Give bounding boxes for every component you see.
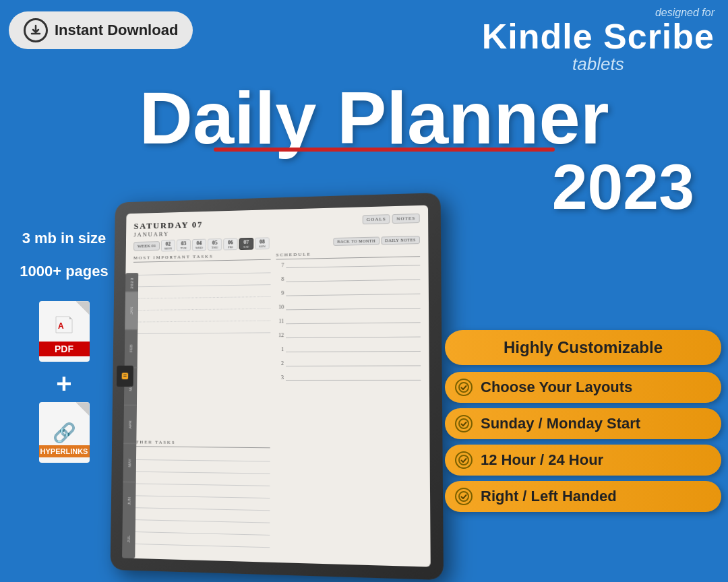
highly-customizable-text: Highly Customizable (504, 338, 663, 356)
plus-sign: + (17, 368, 111, 399)
year-tab: 2023 (125, 273, 138, 292)
daily-notes-button[interactable]: DAILY NOTES (381, 236, 420, 245)
task-line-5 (133, 311, 271, 323)
day-tue[interactable]: 03TUE (177, 239, 191, 251)
feature-choose-layouts: Choose Your Layouts (445, 372, 721, 403)
time-slot-11: 11 (276, 317, 420, 324)
month-tab-feb[interactable]: FEB (125, 329, 138, 367)
task-line-1 (133, 263, 271, 276)
svg-point-5 (459, 492, 468, 501)
acrobat-symbol: A (53, 314, 75, 340)
hyperlinks-icon: 🔗 HYPERLINKS (39, 402, 90, 463)
kindle-branding: designed for Kindle Scribe tablets (482, 7, 715, 75)
left-info-panel: 3 mb in size 1000+ pages A PDF + 🔗 HYPER… (17, 229, 111, 463)
feature-layouts-text: Choose Your Layouts (481, 379, 632, 396)
month-tab-apr[interactable]: APR (123, 406, 137, 444)
svg-point-3 (459, 419, 468, 428)
highly-customizable-badge: Highly Customizable (445, 330, 721, 365)
kindle-scribe-title: Kindle Scribe (482, 19, 715, 54)
pdf-icon: A PDF (39, 301, 90, 362)
pdf-label: PDF (39, 342, 90, 356)
task-line-6 (133, 322, 271, 334)
check-icon-layouts (455, 379, 473, 396)
other-task-line-4 (131, 485, 270, 498)
planner-date: SATURDAY 07 (133, 220, 203, 232)
goals-button[interactable]: GOALS (363, 214, 390, 224)
hyperlinks-label: HYPERLINKS (39, 445, 90, 457)
back-to-month-button[interactable]: BACK TO MONTH (333, 236, 380, 246)
month-tab-jun[interactable]: JUN (123, 482, 136, 521)
notes-button[interactable]: NOTES (392, 214, 420, 224)
right-features-panel: Highly Customizable Choose Your Layouts … (445, 330, 728, 517)
other-task-line-8 (130, 534, 270, 548)
time-slot-3: 3 (276, 375, 421, 381)
check-icon-handed (455, 488, 473, 505)
right-column: SCHEDULE 7 8 9 10 11 12 1 2 3 (275, 249, 422, 553)
instant-download-badge: Instant Download (9, 11, 193, 49)
feature-hour-text: 12 Hour / 24 Hour (481, 451, 603, 469)
left-column: MOST IMPORTANT TASKS OTHER TASKS (130, 253, 271, 549)
task-line-2 (133, 274, 270, 287)
other-task-line-5 (130, 497, 270, 511)
day-sat-active[interactable]: 07SAT (239, 238, 254, 250)
svg-point-4 (459, 455, 468, 465)
day-fri[interactable]: 06FRI (223, 238, 238, 250)
time-slot-8: 8 (276, 273, 420, 282)
month-tab-may[interactable]: MAY (123, 443, 136, 482)
other-task-line-2 (131, 461, 270, 474)
task-line-3 (133, 286, 270, 299)
schedule-label: SCHEDULE (276, 249, 421, 259)
other-tasks-label: OTHER TASKS (131, 439, 270, 448)
other-task-line-6 (130, 509, 270, 523)
task-line-4 (133, 298, 270, 311)
planner-nav-buttons: GOALS NOTES (363, 214, 420, 224)
file-size-info: 3 mb in size (17, 229, 111, 249)
day-mon[interactable]: 02MON (161, 240, 175, 252)
tablets-text: tablets (482, 54, 715, 75)
other-task-line-3 (131, 474, 270, 486)
day-thu[interactable]: 05THU (208, 238, 222, 251)
feature-sunday-monday: Sunday / Monday Start (445, 408, 721, 439)
task-lines-top (131, 263, 271, 436)
planner-month: JANUARY (133, 230, 203, 238)
week-right-buttons: BACK TO MONTH DAILY NOTES (333, 236, 420, 246)
check-icon-sunday (455, 415, 473, 432)
svg-point-2 (459, 383, 468, 392)
hyperlinks-icon-corner (76, 402, 90, 416)
download-icon (24, 18, 48, 42)
month-tab-jul[interactable]: JUL (122, 520, 135, 558)
kindle-device: SATURDAY 07 JANUARY GOALS NOTES WEEK 01 … (108, 195, 438, 573)
check-icon-hour (455, 451, 473, 469)
time-slot-2: 2 (276, 360, 421, 366)
planner-columns: MOST IMPORTANT TASKS OTHER TASKS (130, 249, 422, 553)
most-important-tasks-label: MOST IMPORTANT TASKS (133, 253, 271, 263)
instant-download-text: Instant Download (55, 22, 178, 39)
time-slot-12: 12 (276, 331, 421, 338)
time-slot-9: 9 (276, 288, 420, 296)
time-slot-10: 10 (276, 302, 420, 311)
pages-info: 1000+ pages (17, 262, 111, 282)
pdf-icon-container: A PDF (17, 301, 111, 362)
schedule-area: 7 8 9 10 11 12 1 2 3 (275, 259, 422, 553)
day-wed[interactable]: 04WED (192, 239, 206, 251)
feature-right-left-handed: Right / Left Handed (445, 481, 721, 512)
daily-planner-text: Daily Planner (140, 81, 609, 155)
svg-text:A: A (58, 321, 64, 331)
feature-handed-text: Right / Left Handed (481, 488, 617, 505)
other-task-line-1 (131, 449, 270, 461)
pdf-icon-corner (76, 301, 90, 315)
underline-decoration (214, 148, 555, 152)
feature-sunday-text: Sunday / Monday Start (481, 415, 640, 432)
feature-12-24-hour: 12 Hour / 24 Hour (445, 445, 721, 476)
time-slot-7: 7 (276, 259, 420, 268)
time-slot-1: 1 (276, 346, 421, 352)
device-screen: SATURDAY 07 JANUARY GOALS NOTES WEEK 01 … (122, 205, 431, 567)
week-label[interactable]: WEEK 01 (133, 241, 160, 251)
link-symbol: 🔗 (53, 422, 76, 444)
day-sun[interactable]: 08SUN (255, 237, 270, 249)
hyperlinks-icon-container: 🔗 HYPERLINKS (17, 402, 111, 463)
month-tab-jan[interactable]: JAN (125, 292, 138, 329)
bookmark-button[interactable] (117, 366, 133, 387)
device-frame: SATURDAY 07 JANUARY GOALS NOTES WEEK 01 … (111, 193, 444, 580)
